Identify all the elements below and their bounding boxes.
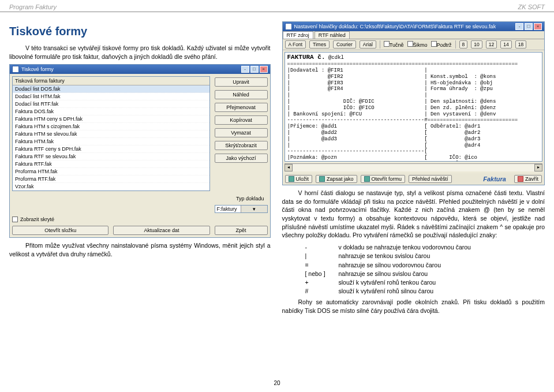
minimize-button[interactable]: - bbox=[515, 23, 523, 30]
bullet-item: |nahrazuje se tenkou svislou čarou bbox=[305, 252, 545, 260]
tf-titlebar: Tiskové formy - □ × bbox=[10, 65, 270, 74]
list-item[interactable]: Faktura RTF se slevou.fak bbox=[13, 153, 209, 160]
right-paragraph-2: Rohy se automaticky zarovnávají podle ok… bbox=[282, 298, 545, 315]
podtrz-checkbox[interactable]: Podtrž bbox=[431, 41, 452, 48]
editor-window: Nastavení hlavičky dokladu: C:\zksoft\Fa… bbox=[282, 21, 545, 185]
save-icon bbox=[289, 176, 294, 182]
list-item[interactable]: Dodací list DOS.fak bbox=[13, 85, 209, 93]
maximize-button[interactable]: □ bbox=[250, 66, 259, 73]
editor-textarea[interactable]: FAKTURA č. @cdkl =======================… bbox=[285, 52, 542, 162]
aktualizace-button[interactable]: Aktualizace dat bbox=[113, 226, 209, 235]
list-item[interactable]: Faktura RTF.fak bbox=[13, 160, 209, 168]
maximize-button[interactable]: □ bbox=[525, 23, 533, 30]
tab-rtf-zdroj[interactable]: RTF zdroj bbox=[283, 31, 313, 39]
section-title: Tiskové formy bbox=[9, 25, 271, 38]
nahled-button[interactable]: Náhled bbox=[215, 90, 268, 99]
list-item[interactable]: Proforma HTM.fak bbox=[13, 168, 209, 176]
right-paragraph-1: V horní části dialogu se nastavuje typ, … bbox=[282, 189, 545, 240]
skryt-button[interactable]: Skrýt/zobrazit bbox=[215, 141, 268, 150]
editor-content: ========================================… bbox=[287, 61, 540, 162]
close-icon bbox=[518, 176, 523, 182]
intro-paragraph-2: Přitom může využívat všechny nainstalova… bbox=[9, 241, 271, 258]
prehled-button[interactable]: Přehled návěští bbox=[409, 175, 452, 183]
list-item[interactable]: Proforma RTF.fak bbox=[13, 176, 209, 183]
page-number: 20 bbox=[0, 380, 554, 386]
zavrit-button[interactable]: Zavřít bbox=[514, 175, 542, 183]
list-item[interactable]: Faktura HTM se slevou.fak bbox=[13, 130, 209, 138]
ed-title: Nastavení hlavičky dokladu: C:\zksoft\Fa… bbox=[294, 24, 496, 29]
otevrit-slozku-button[interactable]: Otevřít složku bbox=[12, 226, 108, 235]
header-left: Program Faktury bbox=[9, 3, 57, 10]
size-10-button[interactable]: 10 bbox=[471, 40, 482, 48]
list-item[interactable]: Faktura DOS.fak bbox=[13, 108, 209, 115]
upravit-button[interactable]: Upravit bbox=[215, 77, 268, 87]
open-icon bbox=[364, 176, 370, 182]
bullet-item: -v dokladu se nahrazuje tenkou vodorovno… bbox=[305, 243, 545, 252]
scroll-left-icon[interactable]: ◂ bbox=[285, 164, 293, 171]
editor-bottom-bar: Uložit Zapsat jako Otevřít formu Přehled… bbox=[283, 173, 544, 185]
scroll-right-icon[interactable]: ▸ bbox=[534, 164, 542, 171]
vymazat-button[interactable]: Vymazat bbox=[215, 128, 268, 137]
size-8-button[interactable]: 8 bbox=[459, 40, 468, 48]
size-18-button[interactable]: 18 bbox=[515, 40, 526, 48]
editor-toolbar: A Font Times Courier Arial Tučně Šikmo P… bbox=[283, 39, 544, 50]
editor-tabs: RTF zdroj RTF náhled bbox=[283, 31, 544, 39]
tf-title: Tiskové formy bbox=[21, 66, 54, 72]
list-item[interactable]: Dodací list HTM.fak bbox=[13, 93, 209, 100]
courier-button[interactable]: Courier bbox=[333, 40, 356, 48]
save-as-icon bbox=[319, 176, 325, 182]
bullet-list: -v dokladu se nahrazuje tenkou vodorovno… bbox=[305, 243, 545, 296]
sikmo-checkbox[interactable]: Šikmo bbox=[407, 41, 428, 48]
tab-rtf-nahled[interactable]: RTF náhled bbox=[315, 31, 350, 39]
kopirovat-button[interactable]: Kopírovat bbox=[215, 115, 268, 125]
times-button[interactable]: Times bbox=[309, 40, 330, 48]
separator bbox=[380, 40, 380, 48]
chevron-down-icon[interactable]: ▾ bbox=[241, 206, 267, 212]
bullet-item: [ nebo ]nahrazuje se silnou svislou čaro… bbox=[305, 270, 545, 278]
bullet-item: +slouží k vytváření rohů tenkou čarou bbox=[305, 278, 545, 287]
otevrit-formu-button[interactable]: Otevřít formu bbox=[361, 175, 406, 183]
intro-paragraph-1: V této transakci se vytvářejí tiskové fo… bbox=[9, 44, 271, 61]
tiskove-formy-window: Tiskové formy - □ × Tisková forma faktur… bbox=[9, 64, 271, 238]
separator bbox=[455, 40, 456, 48]
header-right: ZK SOFT bbox=[518, 3, 545, 10]
typ-dokladu-combo[interactable]: F:faktury▾ bbox=[215, 205, 268, 213]
size-12-button[interactable]: 12 bbox=[486, 40, 497, 48]
list-item[interactable]: Faktura HTM ceny s DPH.fak bbox=[13, 115, 209, 123]
zpet-button[interactable]: Zpět bbox=[215, 226, 268, 235]
close-button[interactable]: × bbox=[260, 66, 268, 73]
list-item[interactable]: Faktura RTF ceny s DPH.fak bbox=[13, 145, 209, 153]
font-button[interactable]: A Font bbox=[285, 40, 306, 48]
close-button[interactable]: × bbox=[534, 23, 542, 30]
horizontal-scrollbar[interactable]: ◂ ▸ bbox=[285, 163, 542, 171]
minimize-button[interactable]: - bbox=[241, 66, 249, 73]
vychozi-button[interactable]: Jako výchozí bbox=[215, 154, 268, 163]
list-item[interactable]: Vzor.fak bbox=[13, 183, 209, 191]
bullet-item: =nahrazuje se silnou vodorovnou čarou bbox=[305, 261, 545, 270]
list-item[interactable]: Faktura HTM s cizojmen.fak bbox=[13, 123, 209, 130]
prejmenovat-button[interactable]: Přejmenovat bbox=[215, 103, 268, 112]
window-icon bbox=[12, 66, 19, 73]
faktura-label: Faktura bbox=[478, 176, 511, 182]
checkbox-icon[interactable] bbox=[12, 216, 18, 222]
list-item[interactable]: Dodací list RTF.fak bbox=[13, 100, 209, 108]
zapsat-jako-button[interactable]: Zapsat jako bbox=[316, 175, 357, 183]
window-icon bbox=[285, 23, 292, 30]
list-item[interactable]: Faktura HTM.fak bbox=[13, 138, 209, 145]
size-14-button[interactable]: 14 bbox=[500, 40, 511, 48]
list-header: Tisková forma faktury bbox=[13, 77, 209, 85]
scroll-track[interactable] bbox=[293, 164, 534, 171]
arial-button[interactable]: Arial bbox=[360, 40, 376, 48]
typ-dokladu-label: Typ dokladu bbox=[215, 196, 268, 201]
bullet-item: #slouží k vytváření rohů silnou čarou bbox=[305, 287, 545, 296]
zobrazit-skryte-checkbox[interactable]: Zobrazit skryté bbox=[12, 216, 210, 222]
ed-titlebar: Nastavení hlavičky dokladu: C:\zksoft\Fa… bbox=[283, 22, 544, 31]
tucne-checkbox[interactable]: Tučně bbox=[384, 41, 404, 48]
forms-list[interactable]: Tisková forma faktury Dodací list DOS.fa… bbox=[12, 76, 210, 191]
ulozit-button[interactable]: Uložit bbox=[285, 175, 313, 183]
